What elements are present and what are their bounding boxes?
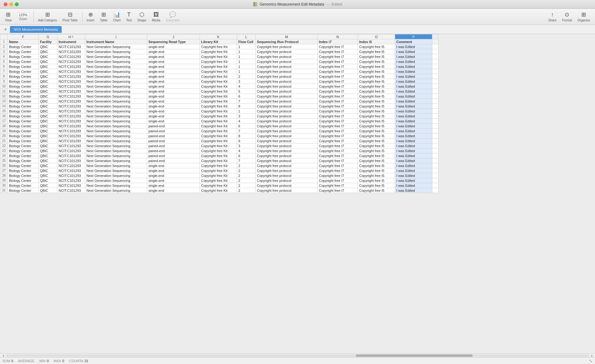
cell-name[interactable]: Biology Center: [8, 64, 39, 69]
cell-instrument[interactable]: NCIT:C101293: [57, 54, 85, 59]
cell-name[interactable]: Biology Center: [8, 114, 39, 119]
cell-facility[interactable]: QBiC: [39, 129, 57, 134]
cell-seq-read-type[interactable]: single-end: [147, 94, 200, 99]
row-number[interactable]: 21: [0, 138, 8, 143]
cell-facility[interactable]: QBiC: [39, 119, 57, 124]
row-number[interactable]: 14: [0, 104, 8, 109]
cell-facility[interactable]: QBiC: [39, 183, 57, 188]
table-row[interactable]: 7Biology CenterQBiCNCIT:C101293Next Gene…: [0, 69, 439, 74]
cell-name[interactable]: Biology Center: [8, 79, 39, 84]
cell-index-i7[interactable]: Copyright free I7: [318, 119, 358, 124]
media-group[interactable]: 🖼 Media: [149, 11, 163, 22]
cell-comment[interactable]: I was Edited: [395, 94, 432, 99]
cell-library-kit[interactable]: Copyright free Kit: [200, 59, 237, 64]
cell-index-i7[interactable]: Copyright free I7: [318, 49, 358, 54]
cell-comment[interactable]: I was Edited: [395, 109, 432, 114]
cell-instrument-name[interactable]: Next Generation Sequencing: [85, 74, 147, 79]
cell-instrument[interactable]: NCIT:C101293: [57, 119, 85, 124]
cell-index-i7[interactable]: Copyright free I7: [318, 148, 358, 153]
cell-index-i5[interactable]: Copyright free I5: [358, 158, 395, 163]
cell-comment[interactable]: I was Edited: [395, 129, 432, 134]
cell-name[interactable]: Biology Center: [8, 59, 39, 64]
cell-name[interactable]: Biology Center: [8, 119, 39, 124]
cell-index-i7[interactable]: Copyright free I7: [318, 94, 358, 99]
table-row[interactable]: 16Biology CenterQBiCNCIT:C101293Next Gen…: [0, 114, 439, 119]
cell-seq-run-protocol[interactable]: Copyright free protocol: [256, 69, 318, 74]
cell-instrument[interactable]: NCIT:C101293: [57, 134, 85, 138]
cell-name[interactable]: Biology Center: [8, 173, 39, 178]
cell-instrument[interactable]: NCIT:C101293: [57, 74, 85, 79]
cell-index-i5[interactable]: Copyright free I5: [358, 124, 395, 129]
cell-library-kit[interactable]: Copyright free Kit: [200, 143, 237, 148]
cell-seq-read-type[interactable]: single-end: [147, 178, 200, 183]
cell-library-kit[interactable]: Copyright free Kit: [200, 44, 237, 49]
cell-instrument-name[interactable]: Next Generation Sequencing: [85, 59, 147, 64]
cell-instrument-name[interactable]: Next Generation Sequencing: [85, 64, 147, 69]
cell-instrument[interactable]: NCIT:C101293: [57, 124, 85, 129]
cell-instrument-name[interactable]: Next Generation Sequencing: [85, 104, 147, 109]
cell-index-i7[interactable]: Copyright free I7: [318, 109, 358, 114]
cell-index-i5[interactable]: Copyright free I5: [358, 143, 395, 148]
cell-instrument[interactable]: NCIT:C101293: [57, 158, 85, 163]
cell-index-i5[interactable]: Copyright free I5: [358, 138, 395, 143]
cell-comment[interactable]: I was Edited: [395, 49, 432, 54]
cell-instrument-name[interactable]: Next Generation Sequencing: [85, 69, 147, 74]
cell-index-i5[interactable]: Copyright free I5: [358, 114, 395, 119]
cell-flow-cell[interactable]: 4: [237, 148, 256, 153]
table-row[interactable]: 12Biology CenterQBiCNCIT:C101293Next Gen…: [0, 94, 439, 99]
table-row[interactable]: 19Biology CenterQBiCNCIT:C101293Next Gen…: [0, 129, 439, 134]
cell-instrument-name[interactable]: Next Generation Sequencing: [85, 178, 147, 183]
cell-seq-read-type[interactable]: single-end: [147, 54, 200, 59]
cell-seq-read-type[interactable]: single-end: [147, 74, 200, 79]
comment-group[interactable]: 💬 Comment: [163, 11, 182, 22]
cell-index-i5[interactable]: Copyright free I5: [358, 74, 395, 79]
cell-facility[interactable]: QBiC: [39, 104, 57, 109]
cell-instrument-name[interactable]: Next Generation Sequencing: [85, 109, 147, 114]
table-group[interactable]: ⊞ Table: [98, 11, 110, 22]
cell-seq-run-protocol[interactable]: Copyright free protocol: [256, 99, 318, 104]
row-number[interactable]: 12: [0, 94, 8, 99]
cell-seq-read-type[interactable]: single-end: [147, 188, 200, 193]
cell-name[interactable]: Biology Center: [8, 143, 39, 148]
cell-index-i5[interactable]: Copyright free I5: [358, 44, 395, 49]
cell-library-kit[interactable]: Copyright free Kit: [200, 158, 237, 163]
cell-instrument-name[interactable]: Next Generation Sequencing: [85, 173, 147, 178]
cell-instrument-name[interactable]: Next Generation Sequencing: [85, 54, 147, 59]
cell-flow-cell[interactable]: 1: [237, 59, 256, 64]
cell-flow-cell[interactable]: 4: [237, 84, 256, 89]
cell-seq-read-type[interactable]: single-end: [147, 163, 200, 168]
cell-index-i5[interactable]: Copyright free I5: [358, 79, 395, 84]
cell-instrument[interactable]: NCIT:C101293: [57, 44, 85, 49]
table-row[interactable]: 24Biology CenterQBiCNCIT:C101293Next Gen…: [0, 153, 439, 158]
cell-index-i7[interactable]: Copyright free I7: [318, 64, 358, 69]
cell-seq-run-protocol[interactable]: Copyright free protocol: [256, 168, 318, 173]
cell-comment[interactable]: I was Edited: [395, 183, 432, 188]
cell-instrument[interactable]: NCIT:C101293: [57, 138, 85, 143]
cell-flow-cell[interactable]: 1: [237, 69, 256, 74]
cell-name[interactable]: Biology Center: [8, 178, 39, 183]
cell-comment[interactable]: I was Edited: [395, 64, 432, 69]
cell-facility[interactable]: QBiC: [39, 138, 57, 143]
cell-seq-run-protocol[interactable]: Copyright free protocol: [256, 89, 318, 94]
cell-library-kit[interactable]: Copyright free Kit: [200, 148, 237, 153]
cell-name[interactable]: Biology Center: [8, 124, 39, 129]
cell-library-kit[interactable]: Copyright free Kit: [200, 173, 237, 178]
cell-seq-run-protocol[interactable]: Copyright free protocol: [256, 104, 318, 109]
cell-index-i5[interactable]: Copyright free I5: [358, 119, 395, 124]
row-number[interactable]: 13: [0, 99, 8, 104]
cell-library-kit[interactable]: Copyright free Kit: [200, 153, 237, 158]
cell-seq-run-protocol[interactable]: Copyright free protocol: [256, 64, 318, 69]
cell-library-kit[interactable]: Copyright free Kit: [200, 54, 237, 59]
cell-index-i7[interactable]: Copyright free I7: [318, 124, 358, 129]
table-row[interactable]: 23Biology CenterQBiCNCIT:C101293Next Gen…: [0, 148, 439, 153]
cell-index-i7[interactable]: Copyright free I7: [318, 168, 358, 173]
cell-comment[interactable]: I was Edited: [395, 143, 432, 148]
cell-index-i5[interactable]: Copyright free I5: [358, 168, 395, 173]
cell-seq-read-type[interactable]: single-end: [147, 84, 200, 89]
cell-index-i7[interactable]: Copyright free I7: [318, 173, 358, 178]
cell-comment[interactable]: I was Edited: [395, 173, 432, 178]
table-row[interactable]: 6Biology CenterQBiCNCIT:C101293Next Gene…: [0, 64, 439, 69]
table-row[interactable]: 28Biology CenterQBiCNCIT:C101293Next Gen…: [0, 173, 439, 178]
cell-facility[interactable]: QBiC: [39, 64, 57, 69]
cell-facility[interactable]: QBiC: [39, 168, 57, 173]
